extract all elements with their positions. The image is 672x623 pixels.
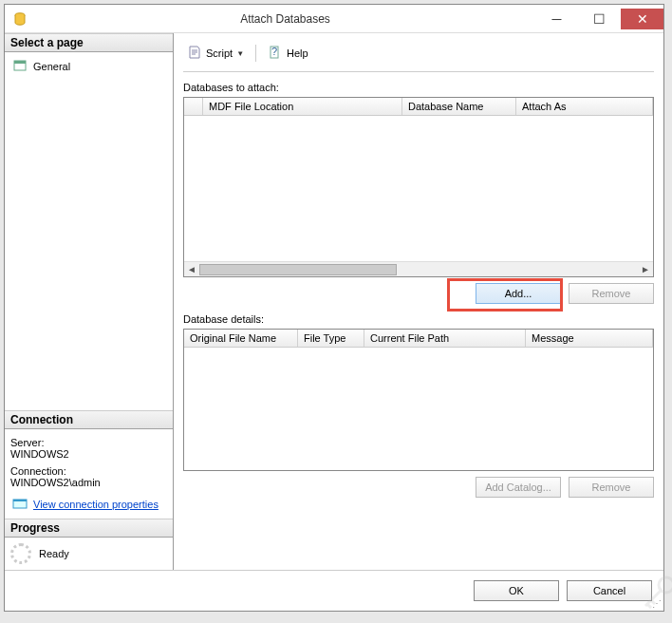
toolbar-separator (255, 45, 256, 62)
col-message[interactable]: Message (526, 330, 653, 347)
databases-to-attach-label: Databases to attach: (183, 82, 654, 93)
titlebar[interactable]: Attach Databases ─ ☐ ✕ (5, 5, 663, 33)
main-panel: Script ▼ ? Help Databases to attach: MDF… (174, 33, 663, 570)
select-page-header: Select a page (5, 33, 173, 52)
details-grid[interactable]: Original File Name File Type Current Fil… (183, 329, 654, 471)
progress-header: Progress (5, 519, 173, 538)
attach-databases-dialog: Attach Databases ─ ☐ ✕ Select a page Gen… (4, 4, 664, 612)
minimize-button[interactable]: ─ (535, 9, 578, 29)
page-general[interactable]: General (10, 56, 167, 77)
col-file-type[interactable]: File Type (298, 330, 364, 347)
add-catalog-button: Add Catalog... (476, 477, 561, 498)
toolbar: Script ▼ ? Help (183, 41, 654, 72)
dialog-footer: OK Cancel (5, 570, 663, 611)
dropdown-arrow-icon[interactable]: ▼ (236, 49, 244, 58)
page-icon (12, 58, 28, 75)
view-connection-properties-link[interactable]: View connection properties (33, 499, 159, 510)
progress-spinner-icon (10, 543, 31, 564)
sidebar: Select a page General Connection Server:… (5, 33, 174, 570)
svg-text:?: ? (271, 46, 277, 57)
remove-details-button: Remove (569, 477, 654, 498)
page-label: General (33, 61, 70, 72)
connection-header: Connection (5, 410, 173, 429)
col-original-file-name[interactable]: Original File Name (184, 330, 298, 347)
connection-value: WINDOWS2\admin (10, 477, 167, 488)
col-mdf-location[interactable]: MDF File Location (203, 98, 402, 115)
help-icon: ? (268, 45, 283, 62)
horizontal-scrollbar[interactable]: ◄ ► (184, 261, 653, 276)
progress-status: Ready (39, 548, 69, 559)
script-button[interactable]: Script ▼ (183, 43, 248, 64)
server-label: Server: (10, 437, 167, 448)
script-icon (187, 45, 202, 62)
connection-properties-icon (12, 496, 28, 513)
help-button[interactable]: ? Help (264, 43, 312, 64)
maximize-button[interactable]: ☐ (578, 9, 621, 29)
window-title: Attach Databases (35, 12, 535, 26)
server-value: WINDOWS2 (10, 448, 167, 460)
database-details-label: Database details: (183, 313, 654, 325)
svg-rect-2 (14, 61, 26, 64)
col-database-name[interactable]: Database Name (402, 98, 516, 115)
col-attach-as[interactable]: Attach As (516, 98, 653, 115)
col-current-file-path[interactable]: Current File Path (364, 330, 526, 347)
connection-label: Connection: (10, 465, 167, 477)
remove-button: Remove (569, 283, 654, 304)
svg-rect-4 (13, 500, 27, 501)
database-icon (12, 11, 28, 27)
key-watermark-icon (640, 574, 672, 614)
ok-button[interactable]: OK (474, 580, 559, 601)
attach-grid[interactable]: MDF File Location Database Name Attach A… (183, 97, 654, 277)
add-button[interactable]: Add... (476, 283, 561, 304)
close-button[interactable]: ✕ (621, 9, 663, 29)
svg-point-7 (659, 577, 672, 593)
